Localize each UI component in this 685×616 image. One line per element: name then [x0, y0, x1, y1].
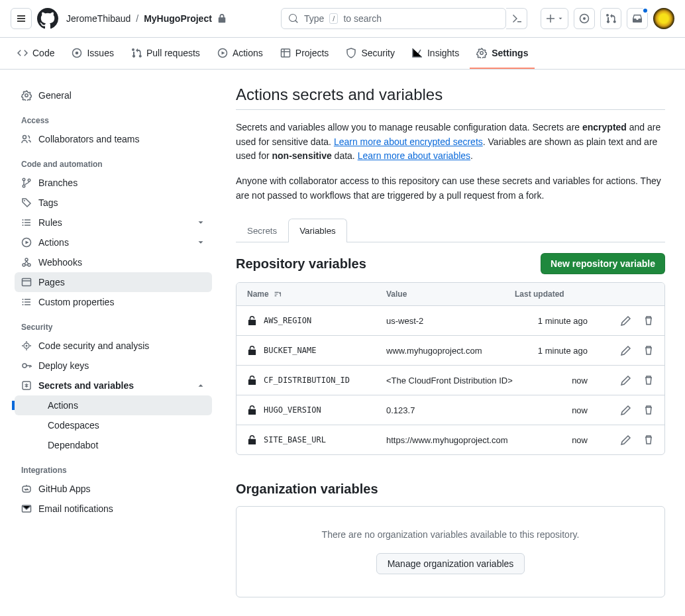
table-row: SITE_BASE_URL https://www.myhugoproject.…	[237, 425, 664, 454]
sb-tags[interactable]: Tags	[15, 193, 212, 213]
nav-settings[interactable]: Settings	[470, 38, 535, 69]
sb-actions[interactable]: Actions	[15, 232, 212, 252]
repo-nav: Code Issues Pull requests Actions Projec…	[0, 38, 685, 70]
page-title: Actions secrets and variables	[236, 85, 665, 110]
var-value: 0.123.7	[386, 405, 515, 415]
table-row: CF_DISTRIBUTION_ID <The CloudFront Distr…	[237, 366, 664, 395]
var-name: CF_DISTRIBUTION_ID	[264, 376, 350, 385]
sb-secrets[interactable]: Secrets and variables	[15, 376, 212, 395]
org-vars-empty-text: There are no organization variables avai…	[259, 529, 642, 540]
sb-email-notifications[interactable]: Email notifications	[15, 499, 212, 519]
var-updated: now	[515, 435, 601, 445]
command-palette-button[interactable]	[506, 8, 527, 29]
delete-button[interactable]	[643, 405, 654, 415]
var-updated: now	[515, 376, 601, 385]
repo-vars-heading: Repository variables	[236, 256, 366, 272]
edit-button[interactable]	[621, 375, 631, 385]
delete-button[interactable]	[643, 435, 654, 445]
var-value: https://www.myhugoproject.com	[386, 435, 515, 445]
sb-code-security[interactable]: Code security and analysis	[15, 336, 212, 356]
nav-code[interactable]: Code	[11, 38, 61, 69]
variables-table: Name Value Last updated AWS_REGION us-we…	[236, 282, 665, 455]
pull-requests-button[interactable]	[600, 8, 621, 29]
sb-deploy-keys[interactable]: Deploy keys	[15, 356, 212, 376]
sb-heading-code: Code and automation	[15, 149, 212, 173]
intro-paragraph-1: Secrets and variables allow you to manag…	[236, 121, 665, 164]
edit-button[interactable]	[621, 345, 631, 356]
nav-insights[interactable]: Insights	[405, 38, 466, 69]
sb-secrets-dependabot[interactable]: Dependabot	[15, 435, 212, 455]
main-content: Actions secrets and variables Secrets an…	[219, 70, 682, 616]
lock-icon	[247, 346, 257, 356]
new-variable-button[interactable]: New repository variable	[541, 253, 665, 274]
table-header: Name Value Last updated	[237, 283, 664, 306]
create-button[interactable]	[541, 8, 568, 29]
edit-button[interactable]	[621, 405, 631, 415]
settings-sidebar: General Access Collaborators and teams C…	[0, 70, 219, 616]
var-updated: now	[515, 405, 601, 415]
user-avatar[interactable]	[653, 8, 674, 29]
sb-heading-access: Access	[15, 105, 212, 129]
var-value: www.myhugoproject.com	[386, 346, 515, 356]
var-name: AWS_REGION	[264, 316, 311, 325]
nav-issues[interactable]: Issues	[65, 38, 120, 69]
sb-pages[interactable]: Pages	[15, 272, 212, 292]
tab-secrets[interactable]: Secrets	[236, 219, 288, 242]
var-name: SITE_BASE_URL	[264, 435, 326, 444]
notifications-button[interactable]	[627, 8, 648, 29]
lock-icon	[247, 316, 257, 326]
nav-actions[interactable]: Actions	[211, 38, 270, 69]
nav-security[interactable]: Security	[339, 38, 401, 69]
nav-pulls[interactable]: Pull requests	[125, 38, 207, 69]
lock-icon	[247, 376, 257, 385]
lock-icon	[247, 435, 257, 445]
delete-button[interactable]	[643, 375, 654, 385]
issues-button[interactable]	[574, 8, 595, 29]
sort-icon[interactable]	[273, 289, 282, 299]
sb-collaborators[interactable]: Collaborators and teams	[15, 129, 212, 149]
var-updated: 1 minute ago	[515, 346, 601, 356]
var-updated: 1 minute ago	[515, 316, 601, 326]
sb-secrets-codespaces[interactable]: Codespaces	[15, 415, 212, 435]
link-variables-docs[interactable]: Learn more about variables	[358, 150, 470, 161]
edit-button[interactable]	[621, 315, 631, 326]
var-value: <The CloudFront Distribution ID>	[386, 376, 515, 385]
var-name: BUCKET_NAME	[264, 346, 316, 355]
owner-link[interactable]: JeromeThibaud	[66, 13, 131, 24]
tab-variables[interactable]: Variables	[288, 219, 347, 242]
lock-icon	[247, 405, 257, 415]
var-value: us-west-2	[386, 316, 515, 326]
delete-button[interactable]	[643, 345, 654, 356]
sb-general[interactable]: General	[15, 85, 212, 105]
lock-icon	[217, 14, 227, 23]
chevron-up-icon	[196, 381, 205, 390]
sb-secrets-actions[interactable]: Actions	[15, 395, 212, 415]
secrets-variables-tabs: Secrets Variables	[236, 219, 665, 242]
intro-paragraph-2: Anyone with collaborator access to this …	[236, 174, 665, 203]
chevron-down-icon	[196, 218, 205, 227]
org-vars-empty-state: There are no organization variables avai…	[236, 506, 665, 597]
sb-webhooks[interactable]: Webhooks	[15, 252, 212, 272]
search-icon	[288, 13, 299, 24]
sb-rules[interactable]: Rules	[15, 213, 212, 232]
breadcrumb: JeromeThibaud / MyHugoProject	[66, 13, 227, 24]
sb-branches[interactable]: Branches	[15, 173, 212, 193]
manage-org-variables-button[interactable]: Manage organization variables	[376, 553, 525, 574]
edit-button[interactable]	[621, 435, 631, 445]
sb-github-apps[interactable]: GitHub Apps	[15, 479, 212, 499]
nav-projects[interactable]: Projects	[274, 38, 336, 69]
notification-indicator	[642, 7, 649, 14]
table-row: HUGO_VERSION 0.123.7 now	[237, 395, 664, 425]
app-header: JeromeThibaud / MyHugoProject Type / to …	[0, 0, 685, 38]
delete-button[interactable]	[643, 315, 654, 326]
table-row: BUCKET_NAME www.myhugoproject.com 1 minu…	[237, 336, 664, 366]
sb-custom-properties[interactable]: Custom properties	[15, 292, 212, 312]
link-encrypted-secrets[interactable]: Learn more about encrypted secrets	[334, 136, 483, 147]
search-input[interactable]: Type / to search	[281, 8, 506, 29]
repo-link[interactable]: MyHugoProject	[144, 13, 212, 24]
menu-button[interactable]	[11, 8, 32, 29]
sb-heading-security: Security	[15, 312, 212, 336]
github-logo[interactable]	[37, 8, 58, 29]
sb-heading-integrations: Integrations	[15, 455, 212, 479]
chevron-down-icon	[196, 238, 205, 247]
